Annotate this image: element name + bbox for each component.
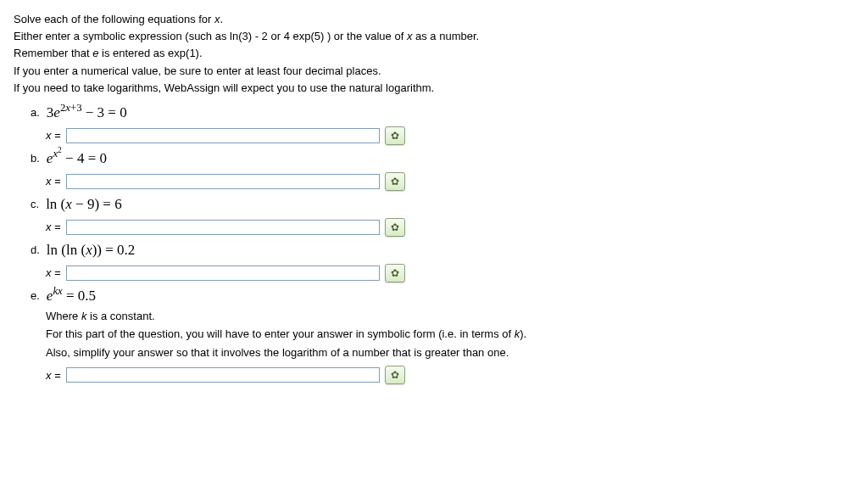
- instruction-line-1: Solve each of the following equations fo…: [14, 12, 854, 27]
- problem-label-b: b.: [31, 152, 42, 165]
- answer-input-a[interactable]: [66, 128, 380, 143]
- instruction-line-5: If you need to take logarithms, WebAssig…: [14, 81, 854, 96]
- problem-label-a: a.: [31, 106, 42, 119]
- equation-e: ekx = 0.5: [47, 288, 96, 305]
- problem-c: c. ln (x − 9) = 6 x = ✿: [31, 196, 854, 237]
- equation-a: 3e2x+3 − 3 = 0: [47, 104, 127, 121]
- answer-input-e[interactable]: [66, 367, 380, 383]
- answer-input-c[interactable]: [66, 220, 380, 235]
- problem-a: a. 3e2x+3 − 3 = 0 x = ✿: [31, 104, 854, 145]
- instruction-line-3: Remember that e is entered as exp(1).: [14, 46, 854, 61]
- symbolic-note-2: Also, simplify your answer so that it in…: [46, 344, 854, 361]
- equation-d: ln (ln (x)) = 0.2: [47, 242, 136, 259]
- problems-list: a. 3e2x+3 − 3 = 0 x = ✿ b. ex2 − 4 = 0 x…: [14, 104, 854, 385]
- problem-e: e. ekx = 0.5 Where k is a constant. For …: [31, 288, 854, 385]
- x-equals-label: x =: [46, 175, 61, 187]
- hint-icon[interactable]: ✿: [385, 172, 405, 191]
- problem-d: d. ln (ln (x)) = 0.2 x = ✿: [31, 242, 854, 282]
- x-equals-label: x =: [46, 369, 61, 382]
- hint-icon[interactable]: ✿: [385, 126, 405, 145]
- hint-icon[interactable]: ✿: [385, 218, 405, 237]
- where-note: Where k is a constant.: [46, 308, 854, 325]
- x-equals-label: x =: [46, 266, 61, 279]
- instruction-line-4: If you enter a numerical value, be sure …: [14, 64, 854, 79]
- answer-input-d[interactable]: [66, 266, 380, 281]
- problem-b: b. ex2 − 4 = 0 x = ✿: [31, 150, 854, 191]
- answer-input-b[interactable]: [66, 174, 380, 189]
- problem-label-c: c.: [31, 198, 41, 210]
- equation-c: ln (x − 9) = 6: [46, 196, 122, 213]
- instruction-line-2: Either enter a symbolic expression (such…: [14, 29, 854, 44]
- x-equals-label: x =: [46, 129, 61, 142]
- x-equals-label: x =: [46, 221, 61, 233]
- instructions-block: Solve each of the following equations fo…: [14, 12, 854, 96]
- problem-label-d: d.: [31, 243, 42, 256]
- symbolic-note-1: For this part of the question, you will …: [46, 326, 854, 343]
- hint-icon[interactable]: ✿: [385, 366, 405, 384]
- equation-b: ex2 − 4 = 0: [47, 150, 107, 167]
- problem-label-e: e.: [31, 289, 42, 302]
- hint-icon[interactable]: ✿: [385, 264, 405, 282]
